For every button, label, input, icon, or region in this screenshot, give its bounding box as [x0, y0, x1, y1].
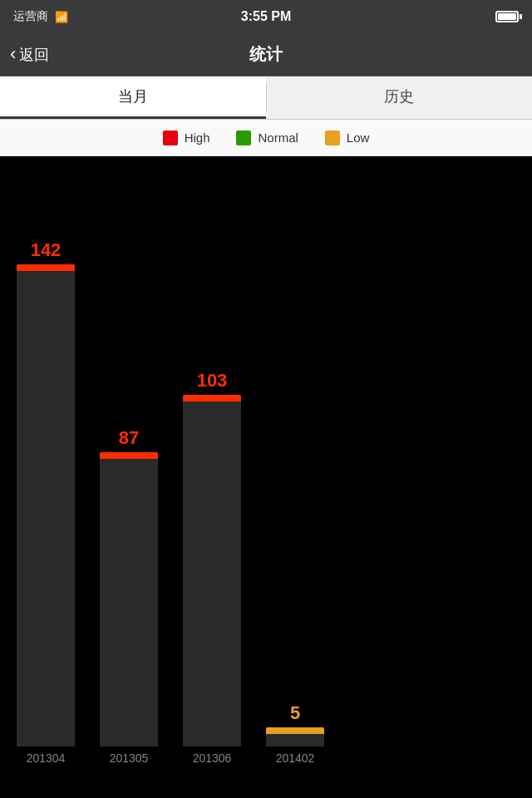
back-chevron-icon: ‹: [10, 43, 16, 65]
bar-fill-201402: [266, 727, 324, 746]
bar-label-201304: 201304: [27, 751, 66, 765]
wifi-icon: 📶: [55, 11, 68, 23]
battery-icon: [495, 11, 519, 22]
bar-body-201304: [17, 264, 75, 746]
status-right: [495, 11, 519, 22]
legend-low: Low: [325, 131, 370, 145]
bar-label-201402: 201402: [276, 751, 315, 765]
bar-stripe-201306: [183, 395, 241, 401]
legend-low-label: Low: [347, 131, 370, 145]
tab-current-month[interactable]: 当月: [0, 76, 266, 119]
bar-stripe-201402: [266, 727, 324, 734]
bar-stripe-201305: [100, 452, 158, 459]
bar-value-201305: 87: [119, 427, 139, 449]
bar-body-201305: [100, 452, 158, 746]
bar-group-201305: 87201305: [100, 427, 158, 765]
bar-value-201304: 142: [31, 239, 62, 261]
chart-area: 142201304872013051032013065201402: [0, 156, 532, 798]
tab-current-month-label: 当月: [118, 86, 148, 106]
legend-normal: Normal: [236, 131, 298, 145]
bar-fill-201306: [183, 395, 241, 746]
back-label: 返回: [19, 45, 49, 65]
nav-bar: ‹ 返回 统计: [0, 33, 532, 76]
bar-fill-201305: [100, 452, 158, 746]
status-left: 运营商 📶: [13, 9, 68, 24]
legend-high-label: High: [185, 131, 210, 145]
tab-history-label: 历史: [384, 86, 414, 106]
tabs-bar: 当月 历史: [0, 76, 532, 120]
legend-high-dot: [163, 131, 178, 145]
status-time: 3:55 PM: [241, 9, 291, 24]
bar-value-201402: 5: [290, 702, 300, 724]
bar-label-201306: 201306: [193, 751, 232, 765]
legend-normal-dot: [236, 131, 251, 145]
bar-stripe-201304: [17, 264, 75, 271]
bar-body-201306: [183, 395, 241, 746]
tab-history[interactable]: 历史: [267, 76, 533, 119]
status-bar: 运营商 📶 3:55 PM: [0, 0, 532, 33]
bar-group-201306: 103201306: [183, 370, 241, 765]
page-title: 统计: [249, 43, 283, 66]
bar-group-201304: 142201304: [17, 239, 75, 765]
legend-high: High: [163, 131, 210, 145]
bar-value-201306: 103: [197, 370, 228, 392]
carrier-label: 运营商: [13, 9, 48, 24]
legend-normal-label: Normal: [258, 131, 298, 145]
legend-low-dot: [325, 131, 340, 145]
back-button[interactable]: ‹ 返回: [10, 44, 49, 65]
bars-container: 142201304872013051032013065201402: [17, 173, 515, 765]
legend-bar: High Normal Low: [0, 120, 532, 156]
bar-group-201402: 5201402: [266, 702, 324, 765]
bar-body-201402: [266, 727, 324, 746]
bar-fill-201304: [17, 264, 75, 746]
bar-label-201305: 201305: [110, 751, 149, 765]
